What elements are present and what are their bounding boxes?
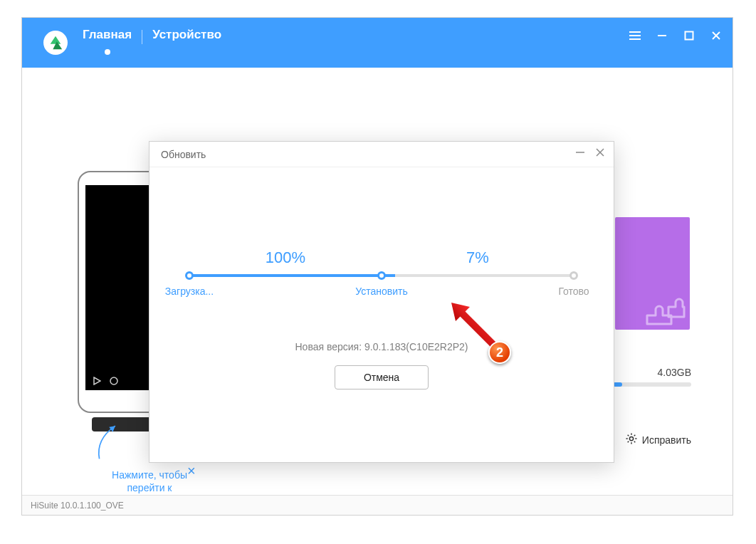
fix-label: Исправить bbox=[642, 434, 691, 446]
maximize-icon[interactable] bbox=[683, 29, 695, 42]
svg-point-12 bbox=[629, 436, 633, 440]
window-controls bbox=[629, 29, 723, 42]
percent-segment2: 7% bbox=[466, 249, 489, 267]
svg-rect-6 bbox=[686, 32, 693, 40]
nav-separator bbox=[142, 30, 142, 44]
new-version-text: Новая версия: 9.0.1.183(C10E2R2P2) bbox=[149, 341, 614, 352]
header-bar: Главная Устройство bbox=[22, 18, 733, 68]
track-fill-segment1 bbox=[189, 274, 382, 277]
feature-tile[interactable] bbox=[615, 217, 690, 330]
track-bg: 100% 7% Загрузка... Установить Готово bbox=[189, 274, 574, 277]
progress-node-install bbox=[377, 271, 386, 280]
dialog-controls bbox=[575, 147, 605, 160]
status-version: HiSuite 10.0.1.100_OVE bbox=[31, 501, 124, 511]
percent-segment1: 100% bbox=[266, 249, 305, 267]
puzzle-icon bbox=[646, 295, 686, 325]
svg-marker-0 bbox=[51, 36, 61, 44]
step-label-download: Загрузка... bbox=[165, 286, 214, 297]
app-window: Главная Устройство bbox=[21, 17, 733, 516]
dialog-title: Обновить bbox=[149, 142, 614, 167]
nav: Главная Устройство bbox=[83, 28, 221, 46]
nav-device[interactable]: Устройство bbox=[152, 28, 221, 46]
app-logo bbox=[43, 31, 68, 55]
svg-point-10 bbox=[110, 377, 117, 385]
cancel-button[interactable]: Отмена bbox=[335, 365, 429, 389]
dialog-close-icon[interactable] bbox=[595, 147, 605, 160]
progress-node-download bbox=[185, 271, 194, 280]
nav-active-indicator bbox=[105, 49, 110, 55]
update-dialog: Обновить 100% 7% Загрузка. bbox=[149, 141, 614, 463]
storage-size: 4.03GB bbox=[613, 367, 691, 378]
nav-home-label: Главная bbox=[83, 28, 132, 41]
progress-track: 100% 7% Загрузка... Установить Готово bbox=[189, 274, 574, 277]
svg-marker-9 bbox=[94, 377, 100, 385]
dialog-minimize-icon[interactable] bbox=[575, 147, 585, 160]
step-label-install: Установить bbox=[355, 286, 407, 297]
nav-home[interactable]: Главная bbox=[83, 28, 132, 46]
play-icon[interactable] bbox=[93, 377, 101, 387]
storage-bar bbox=[613, 382, 691, 387]
content-area: Нажмите, чтобы перейти к полноэкранной ×… bbox=[22, 68, 733, 495]
step-label-done: Готово bbox=[558, 286, 589, 297]
minimize-icon[interactable] bbox=[656, 29, 668, 42]
phone-circle-icon bbox=[110, 377, 118, 387]
gear-icon bbox=[625, 432, 638, 447]
hint-close-icon[interactable]: × bbox=[187, 463, 196, 479]
close-icon[interactable] bbox=[710, 29, 723, 42]
status-bar: HiSuite 10.0.1.100_OVE bbox=[22, 495, 733, 515]
nav-device-label: Устройство bbox=[152, 28, 221, 41]
fix-button[interactable]: Исправить bbox=[625, 432, 691, 447]
menu-icon[interactable] bbox=[629, 29, 641, 42]
svg-marker-16 bbox=[451, 303, 470, 321]
storage-info: 4.03GB bbox=[613, 367, 691, 387]
progress-node-done bbox=[569, 271, 578, 280]
